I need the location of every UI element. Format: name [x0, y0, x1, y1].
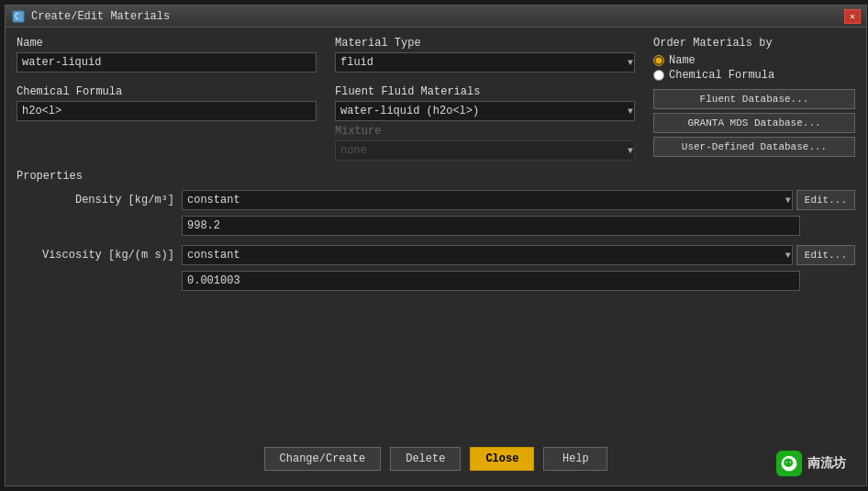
viscosity-method-select[interactable]: constant power-law sutherland [182, 245, 793, 265]
window-content: Name Chemical Formula Material Type flui… [6, 28, 866, 485]
density-value-row [17, 216, 855, 236]
watermark-text: 南流坊 [807, 455, 846, 472]
close-dialog-button[interactable]: Close [470, 447, 534, 471]
right-column: Order Materials by Name Chemical Formula… [653, 37, 855, 161]
mixture-select[interactable]: none [335, 140, 635, 161]
density-value-input[interactable] [182, 216, 800, 236]
granta-database-button[interactable]: GRANTA MDS Database... [653, 113, 855, 133]
material-type-wrapper: fluid solid mixture ▼ [335, 52, 635, 73]
order-formula-label: Chemical Formula [669, 69, 774, 82]
density-method-wrapper: constant ideal-gas boussinesq ▼ [182, 190, 793, 210]
fluent-fluid-label: Fluent Fluid Materials [335, 85, 635, 98]
mixture-section: Mixture none ▼ [335, 125, 635, 161]
user-database-button[interactable]: User-Defined Database... [653, 137, 855, 157]
properties-title: Properties [17, 170, 855, 183]
properties-section: Properties Density [kg/m³] constant idea… [17, 170, 855, 438]
window-icon: C [11, 9, 26, 24]
change-create-button[interactable]: Change/Create [264, 447, 382, 471]
name-input[interactable] [17, 52, 317, 73]
fluent-fluid-select[interactable]: water-liquid (h2o<l>) [335, 101, 635, 121]
viscosity-value-row [17, 271, 855, 291]
close-button[interactable]: ✕ [844, 9, 861, 24]
density-edit-button[interactable]: Edit... [796, 190, 855, 210]
viscosity-edit-button[interactable]: Edit... [796, 245, 855, 265]
bottom-buttons: Change/Create Delete Close Help 南流坊 [17, 438, 855, 476]
svg-text:C: C [15, 13, 19, 21]
help-button[interactable]: Help [543, 447, 607, 471]
mixture-wrapper: none ▼ [335, 140, 635, 161]
order-name-radio[interactable] [653, 55, 664, 66]
window-title: Create/Edit Materials [31, 10, 844, 23]
density-row: Density [kg/m³] constant ideal-gas bouss… [17, 190, 855, 210]
title-bar: C Create/Edit Materials ✕ [6, 6, 866, 28]
fluent-database-button[interactable]: Fluent Database... [653, 89, 855, 109]
order-name-label: Name [669, 54, 696, 67]
formula-input[interactable] [17, 101, 317, 121]
top-section: Name Chemical Formula Material Type flui… [17, 37, 855, 161]
main-window: C Create/Edit Materials ✕ Name Chemical … [5, 5, 867, 486]
order-formula-radio[interactable] [653, 70, 664, 81]
fluent-fluid-wrapper: water-liquid (h2o<l>) ▼ [335, 101, 635, 121]
density-label: Density [kg/m³] [17, 194, 182, 206]
order-name-radio-item[interactable]: Name [653, 54, 855, 67]
mid-column: Material Type fluid solid mixture ▼ Flue… [335, 37, 635, 161]
db-buttons: Fluent Database... GRANTA MDS Database..… [653, 89, 855, 157]
order-label: Order Materials by [653, 37, 855, 50]
formula-label: Chemical Formula [17, 85, 317, 98]
density-method-select[interactable]: constant ideal-gas boussinesq [182, 190, 793, 210]
order-section: Order Materials by Name Chemical Formula [653, 37, 855, 82]
material-type-label: Material Type [335, 37, 635, 50]
viscosity-value-input[interactable] [182, 271, 800, 291]
name-label: Name [17, 37, 317, 50]
delete-button[interactable]: Delete [390, 447, 461, 471]
material-type-select[interactable]: fluid solid mixture [335, 52, 635, 73]
watermark: 南流坊 [776, 451, 846, 476]
viscosity-row: Viscosity [kg/(m s)] constant power-law … [17, 245, 855, 265]
order-formula-radio-item[interactable]: Chemical Formula [653, 69, 855, 82]
viscosity-method-wrapper: constant power-law sutherland ▼ [182, 245, 793, 265]
left-column: Name Chemical Formula [17, 37, 317, 161]
mixture-label: Mixture [335, 125, 635, 138]
wechat-icon [776, 451, 802, 476]
viscosity-label: Viscosity [kg/(m s)] [17, 249, 182, 262]
